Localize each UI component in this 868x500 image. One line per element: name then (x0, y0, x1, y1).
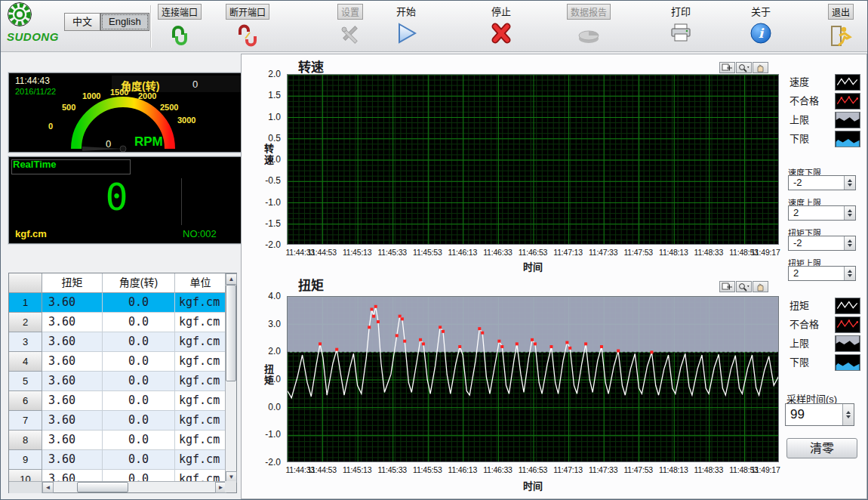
lang-english-button[interactable]: English (100, 13, 149, 31)
table-row[interactable]: 53.600.0kgf.cm (9, 372, 226, 391)
x-tick-label: 11:45:13 (343, 248, 372, 257)
table-cell: 3.60 (42, 450, 103, 470)
speed-y-axis-label: 转速 (261, 144, 275, 166)
table-cell: 9 (9, 450, 42, 470)
scroll-left-arrow[interactable]: ◄ (42, 482, 54, 493)
spinner-buttons[interactable] (844, 206, 855, 220)
zoom-tool-icon[interactable] (736, 281, 752, 292)
settings-button[interactable]: 设置 (331, 4, 369, 49)
disconnect-port-button[interactable]: 断开端口 (223, 4, 272, 51)
connect-port-button[interactable]: 连接端口 (155, 4, 204, 51)
y-tick-label: 2.0 (268, 69, 281, 79)
data-report-button[interactable]: 数据报告 (565, 4, 612, 49)
torque-x-axis-label: 时间 (287, 478, 779, 492)
table-row[interactable]: 73.600.0kgf.cm (9, 411, 226, 431)
legend-torque-label: 扭矩 (790, 300, 809, 311)
realtime-torque-display: RealTime 0 kgf.cm NO:002 (8, 156, 248, 244)
legend-lower-label: 下限 (790, 133, 809, 144)
y-tick-label: -2.0 (265, 457, 281, 468)
table-row[interactable]: 93.600.0kgf.cm (9, 450, 226, 470)
lang-chinese-button[interactable]: 中文 (64, 13, 100, 31)
print-label: 打印 (671, 4, 691, 18)
torque-chart-plot[interactable] (287, 296, 779, 462)
clear-zero-button[interactable]: 清零 (786, 438, 857, 458)
legend-upper-limit-icon[interactable] (835, 335, 860, 352)
legend-fail-label: 不合格 (790, 95, 819, 106)
about-button[interactable]: 关于 i (742, 4, 780, 48)
speed-chart-tools (719, 62, 768, 73)
legend-torque-icon[interactable] (835, 298, 860, 314)
table-horizontal-scrollbar[interactable]: ◄ ► (9, 481, 226, 492)
measurement-table: 扭矩 角度(转) 单位 13.600.0kgf.cm23.600.0kgf.cm… (8, 273, 237, 493)
cursor-tool-icon[interactable] (719, 281, 735, 292)
legend-fail-icon[interactable] (835, 316, 860, 333)
about-label: 关于 (751, 4, 771, 18)
start-label: 开始 (396, 4, 416, 18)
speed-upper-limit-input[interactable]: 2 (788, 205, 856, 221)
x-tick-label: 11:46:13 (448, 465, 478, 474)
gauge-tick: 1500 (110, 88, 128, 97)
spinner-buttons[interactable] (842, 404, 854, 425)
scroll-up-arrow[interactable]: ▲ (226, 273, 237, 285)
y-tick-label: 0.5 (268, 133, 281, 144)
table-cell: 0.0 (103, 332, 175, 352)
legend-lower-limit-icon[interactable] (835, 354, 860, 371)
table-row[interactable]: 23.600.0kgf.cm (9, 313, 226, 332)
x-tick-label: 11:45:53 (413, 248, 442, 257)
gauge-needle (82, 147, 123, 151)
table-row[interactable]: 13.600.0kgf.cm (9, 293, 226, 313)
table-vertical-scrollbar[interactable]: ▲ ▼ (225, 273, 236, 483)
x-tick-label: 11:49:17 (751, 248, 780, 257)
stop-button[interactable]: 停止 (482, 4, 520, 48)
print-button[interactable]: 打印 (662, 4, 700, 48)
pan-hand-tool-icon[interactable] (753, 62, 768, 73)
x-tick-label: 11:48:33 (694, 465, 724, 474)
x-tick-label: 11:49:17 (751, 465, 780, 474)
table-body: 13.600.0kgf.cm23.600.0kgf.cm33.600.0kgf.… (9, 293, 226, 483)
info-icon: i (742, 22, 780, 48)
language-switch: 中文 English (64, 13, 149, 31)
table-row[interactable]: 83.600.0kgf.cm (9, 431, 226, 450)
table-cell: 0.0 (103, 450, 175, 470)
rpm-gauge-display: 11:44:43 2016/11/22 角度(转) 0 0 500 1000 1… (8, 73, 248, 153)
legend-fail-icon[interactable] (835, 93, 860, 110)
start-button[interactable]: 开始 (387, 4, 425, 48)
torque-lower-limit-input[interactable]: -2 (788, 236, 856, 251)
cursor-tool-icon[interactable] (719, 62, 735, 73)
exit-button[interactable]: 退出 (820, 4, 861, 51)
legend-speed-icon[interactable] (835, 74, 860, 91)
table-row[interactable]: 33.600.0kgf.cm (9, 332, 226, 352)
exit-label: 退出 (828, 4, 854, 20)
legend-lower-limit-icon[interactable] (835, 131, 860, 147)
spinner-buttons[interactable] (844, 236, 855, 250)
speed-chart-plot[interactable] (287, 74, 779, 245)
x-tick-label: 11:44:53 (307, 465, 337, 474)
gauge-tick: 0 (48, 122, 53, 131)
y-tick-label: -2.0 (265, 239, 281, 250)
table-cell: 3.60 (42, 431, 103, 450)
y-tick-label: 2.0 (268, 346, 281, 356)
sampling-time-input[interactable]: 99 (785, 403, 854, 426)
pan-hand-tool-icon[interactable] (753, 281, 768, 292)
y-tick-label: 0.0 (268, 402, 281, 412)
spinner-buttons[interactable] (844, 267, 855, 280)
spinner-buttons[interactable] (844, 176, 855, 190)
speed-lower-limit-input[interactable]: -2 (788, 175, 856, 190)
table-cell: 5 (9, 372, 42, 391)
table-cell: 0.0 (103, 431, 175, 450)
table-cell: 3.60 (42, 293, 103, 313)
table-row[interactable]: 63.600.0kgf.cm (9, 391, 226, 411)
gauge-tick: 500 (62, 103, 75, 112)
zoom-tool-icon[interactable] (736, 62, 752, 73)
torque-upper-limit-input[interactable]: 2 (788, 266, 856, 281)
y-tick-label: 1.5 (268, 90, 281, 100)
table-row[interactable]: 43.600.0kgf.cm (9, 352, 226, 372)
x-tick-label: 11:46:33 (483, 465, 512, 474)
vertical-scroll-thumb[interactable] (226, 285, 236, 381)
x-tick-label: 11:45:53 (413, 465, 442, 474)
table-cell: kgf.cm (175, 450, 226, 470)
horizontal-scroll-thumb[interactable] (77, 482, 128, 492)
table-cell: kgf.cm (175, 352, 226, 372)
table-header-torque: 扭矩 (42, 273, 103, 293)
legend-upper-limit-icon[interactable] (835, 112, 860, 128)
